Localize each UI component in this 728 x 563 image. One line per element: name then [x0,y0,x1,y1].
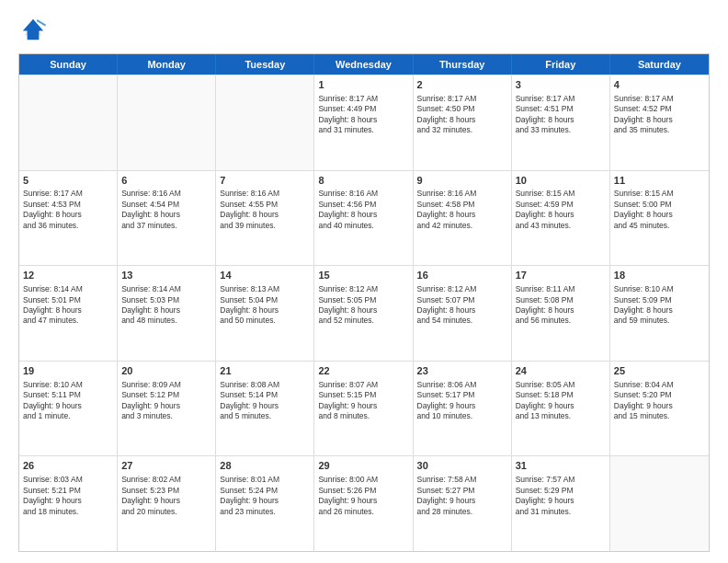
day-info: Sunrise: 8:11 AM Sunset: 5:08 PM Dayligh… [516,284,575,325]
day-number: 14 [220,269,310,282]
calendar-day-16: 16Sunrise: 8:12 AM Sunset: 5:07 PM Dayli… [414,266,512,361]
logo-icon [18,15,48,44]
calendar-empty-cell [118,75,216,170]
day-number: 20 [121,364,211,378]
day-info: Sunrise: 8:14 AM Sunset: 5:01 PM Dayligh… [23,284,83,325]
day-number: 19 [23,364,113,378]
day-info: Sunrise: 8:15 AM Sunset: 5:00 PM Dayligh… [614,189,674,229]
day-info: Sunrise: 8:08 AM Sunset: 5:14 PM Dayligh… [220,380,279,420]
calendar-day-18: 18Sunrise: 8:10 AM Sunset: 5:09 PM Dayli… [610,266,709,361]
calendar-week-3: 12Sunrise: 8:14 AM Sunset: 5:01 PM Dayli… [19,265,709,361]
calendar-empty-cell [610,456,709,551]
day-info: Sunrise: 8:12 AM Sunset: 5:05 PM Dayligh… [318,284,378,325]
calendar-day-1: 1Sunrise: 8:17 AM Sunset: 4:49 PM Daylig… [314,75,413,170]
day-number: 16 [417,269,507,282]
calendar-week-1: 1Sunrise: 8:17 AM Sunset: 4:49 PM Daylig… [19,75,709,170]
day-number: 27 [121,459,211,473]
day-number: 10 [516,174,606,188]
day-number: 4 [614,78,705,92]
day-number: 28 [220,459,310,473]
day-number: 6 [121,174,211,188]
day-number: 24 [516,364,606,378]
calendar-day-14: 14Sunrise: 8:13 AM Sunset: 5:04 PM Dayli… [216,266,314,361]
day-number: 30 [417,459,507,473]
day-number: 17 [516,269,606,282]
header-day-thursday: Thursday [414,54,512,75]
day-number: 9 [417,174,507,188]
day-info: Sunrise: 8:02 AM Sunset: 5:23 PM Dayligh… [121,475,181,515]
calendar-day-20: 20Sunrise: 8:09 AM Sunset: 5:12 PM Dayli… [118,362,216,456]
day-info: Sunrise: 8:17 AM Sunset: 4:52 PM Dayligh… [614,94,674,134]
calendar-day-10: 10Sunrise: 8:15 AM Sunset: 4:59 PM Dayli… [512,171,610,266]
day-number: 7 [220,174,310,188]
calendar-day-6: 6Sunrise: 8:16 AM Sunset: 4:54 PM Daylig… [118,171,216,266]
calendar-day-12: 12Sunrise: 8:14 AM Sunset: 5:01 PM Dayli… [19,266,118,361]
calendar-day-11: 11Sunrise: 8:15 AM Sunset: 5:00 PM Dayli… [610,171,709,266]
day-info: Sunrise: 8:10 AM Sunset: 5:09 PM Dayligh… [614,284,674,325]
day-info: Sunrise: 8:16 AM Sunset: 4:55 PM Dayligh… [220,189,279,229]
day-info: Sunrise: 8:06 AM Sunset: 5:17 PM Dayligh… [417,380,477,420]
logo [18,15,51,44]
header-day-saturday: Saturday [610,54,709,75]
calendar-header-row: SundayMondayTuesdayWednesdayThursdayFrid… [19,54,709,75]
calendar-day-7: 7Sunrise: 8:16 AM Sunset: 4:55 PM Daylig… [216,171,314,266]
header-day-friday: Friday [512,54,610,75]
calendar-day-4: 4Sunrise: 8:17 AM Sunset: 4:52 PM Daylig… [610,75,709,170]
day-number: 31 [516,459,606,473]
calendar-empty-cell [19,75,118,170]
day-number: 26 [23,459,113,473]
day-number: 23 [417,364,507,378]
day-info: Sunrise: 7:57 AM Sunset: 5:29 PM Dayligh… [516,475,575,515]
day-info: Sunrise: 8:17 AM Sunset: 4:49 PM Dayligh… [318,94,378,134]
day-info: Sunrise: 8:12 AM Sunset: 5:07 PM Dayligh… [417,284,477,325]
header-day-tuesday: Tuesday [216,54,314,75]
calendar-week-4: 19Sunrise: 8:10 AM Sunset: 5:11 PM Dayli… [19,361,709,456]
day-info: Sunrise: 8:01 AM Sunset: 5:24 PM Dayligh… [220,475,279,515]
calendar-day-13: 13Sunrise: 8:14 AM Sunset: 5:03 PM Dayli… [118,266,216,361]
page: SundayMondayTuesdayWednesdayThursdayFrid… [0,0,728,563]
calendar-day-27: 27Sunrise: 8:02 AM Sunset: 5:23 PM Dayli… [118,456,216,551]
day-info: Sunrise: 8:14 AM Sunset: 5:03 PM Dayligh… [121,284,181,325]
header-day-sunday: Sunday [19,54,118,75]
calendar-day-26: 26Sunrise: 8:03 AM Sunset: 5:21 PM Dayli… [19,456,118,551]
day-number: 12 [23,269,113,282]
day-info: Sunrise: 8:00 AM Sunset: 5:26 PM Dayligh… [318,475,378,515]
calendar-week-5: 26Sunrise: 8:03 AM Sunset: 5:21 PM Dayli… [19,455,709,551]
header-day-monday: Monday [118,54,216,75]
day-info: Sunrise: 8:17 AM Sunset: 4:51 PM Dayligh… [516,94,575,134]
day-number: 22 [318,364,408,378]
day-number: 8 [318,174,408,188]
calendar-day-3: 3Sunrise: 8:17 AM Sunset: 4:51 PM Daylig… [512,75,610,170]
calendar-day-23: 23Sunrise: 8:06 AM Sunset: 5:17 PM Dayli… [414,362,512,456]
day-number: 15 [318,269,408,282]
calendar-day-9: 9Sunrise: 8:16 AM Sunset: 4:58 PM Daylig… [414,171,512,266]
day-info: Sunrise: 8:13 AM Sunset: 5:04 PM Dayligh… [220,284,279,325]
day-number: 18 [614,269,705,282]
day-number: 11 [614,174,705,188]
calendar-day-25: 25Sunrise: 8:04 AM Sunset: 5:20 PM Dayli… [610,362,709,456]
calendar-day-2: 2Sunrise: 8:17 AM Sunset: 4:50 PM Daylig… [414,75,512,170]
day-info: Sunrise: 8:07 AM Sunset: 5:15 PM Dayligh… [318,380,378,420]
day-info: Sunrise: 8:15 AM Sunset: 4:59 PM Dayligh… [516,189,575,229]
calendar-day-31: 31Sunrise: 7:57 AM Sunset: 5:29 PM Dayli… [512,456,610,551]
day-info: Sunrise: 7:58 AM Sunset: 5:27 PM Dayligh… [417,475,477,515]
day-info: Sunrise: 8:17 AM Sunset: 4:53 PM Dayligh… [23,189,83,229]
day-info: Sunrise: 8:03 AM Sunset: 5:21 PM Dayligh… [23,475,83,515]
calendar-day-29: 29Sunrise: 8:00 AM Sunset: 5:26 PM Dayli… [314,456,413,551]
day-info: Sunrise: 8:04 AM Sunset: 5:20 PM Dayligh… [614,380,674,420]
day-info: Sunrise: 8:05 AM Sunset: 5:18 PM Dayligh… [516,380,575,420]
header [18,15,710,44]
calendar-day-22: 22Sunrise: 8:07 AM Sunset: 5:15 PM Dayli… [314,362,413,456]
day-info: Sunrise: 8:16 AM Sunset: 4:58 PM Dayligh… [417,189,477,229]
calendar-body: 1Sunrise: 8:17 AM Sunset: 4:49 PM Daylig… [19,75,709,551]
day-number: 25 [614,364,705,378]
calendar-day-17: 17Sunrise: 8:11 AM Sunset: 5:08 PM Dayli… [512,266,610,361]
day-number: 29 [318,459,408,473]
calendar-day-15: 15Sunrise: 8:12 AM Sunset: 5:05 PM Dayli… [314,266,413,361]
day-number: 2 [417,78,507,92]
calendar-empty-cell [216,75,314,170]
day-number: 21 [220,364,310,378]
day-info: Sunrise: 8:17 AM Sunset: 4:50 PM Dayligh… [417,94,477,134]
day-number: 13 [121,269,211,282]
calendar-week-2: 5Sunrise: 8:17 AM Sunset: 4:53 PM Daylig… [19,170,709,266]
